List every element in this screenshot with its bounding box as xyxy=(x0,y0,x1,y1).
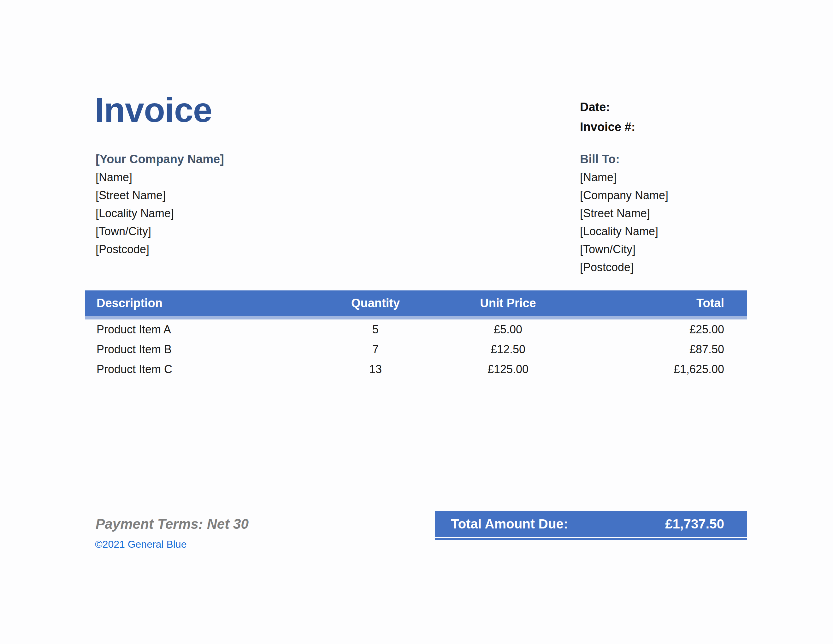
date-label: Date: xyxy=(580,97,635,117)
cell-description: Product Item C xyxy=(85,359,293,379)
bill-to-postcode: [Postcode] xyxy=(580,258,668,276)
bill-to-heading: Bill To: xyxy=(580,150,668,168)
cell-total: £25.00 xyxy=(558,319,747,340)
invoice-page: Invoice Date: Invoice #: [Your Company N… xyxy=(0,0,833,644)
table-header-accent-stripe xyxy=(85,316,747,319)
company-name: [Your Company Name] xyxy=(96,150,224,168)
total-amount-due-label: Total Amount Due: xyxy=(451,517,568,531)
company-contact-name: [Name] xyxy=(96,168,224,186)
company-town-city: [Town/City] xyxy=(96,222,224,240)
cell-quantity: 7 xyxy=(293,340,458,359)
company-street: [Street Name] xyxy=(96,186,224,204)
cell-total: £87.50 xyxy=(558,340,747,359)
invoice-number-label: Invoice #: xyxy=(580,117,635,137)
column-header-total: Total xyxy=(558,290,747,316)
cell-total: £1,625.00 xyxy=(558,359,747,379)
total-amount-due-bar: Total Amount Due: £1,737.50 xyxy=(435,511,747,537)
cell-unit-price: £125.00 xyxy=(458,359,558,379)
invoice-meta-block: Date: Invoice #: xyxy=(580,97,635,137)
bill-to-name: [Name] xyxy=(580,168,668,186)
company-locality: [Locality Name] xyxy=(96,204,224,222)
column-header-quantity: Quantity xyxy=(293,290,458,316)
table-row: Product Item B 7 £12.50 £87.50 xyxy=(85,340,747,359)
column-header-description: Description xyxy=(85,290,293,316)
copyright-link[interactable]: ©2021 General Blue xyxy=(95,539,187,550)
cell-quantity: 5 xyxy=(293,319,458,340)
table-row: Product Item C 13 £125.00 £1,625.00 xyxy=(85,359,747,379)
cell-quantity: 13 xyxy=(293,359,458,379)
bill-to-block: Bill To: [Name] [Company Name] [Street N… xyxy=(580,150,668,276)
total-bar-underline xyxy=(435,538,747,540)
items-table-header-row: Description Quantity Unit Price Total xyxy=(85,290,747,316)
cell-unit-price: £5.00 xyxy=(458,319,558,340)
bill-to-town-city: [Town/City] xyxy=(580,240,668,258)
bill-to-company: [Company Name] xyxy=(580,186,668,204)
page-title: Invoice xyxy=(95,90,212,130)
table-row: Product Item A 5 £5.00 £25.00 xyxy=(85,319,747,340)
items-table: Description Quantity Unit Price Total Pr… xyxy=(85,290,747,379)
cell-description: Product Item B xyxy=(85,340,293,359)
bill-to-locality: [Locality Name] xyxy=(580,222,668,240)
total-amount-due-value: £1,737.50 xyxy=(665,517,724,531)
bill-to-street: [Street Name] xyxy=(580,204,668,222)
cell-unit-price: £12.50 xyxy=(458,340,558,359)
column-header-unit-price: Unit Price xyxy=(458,290,558,316)
payment-terms-text: Payment Terms: Net 30 xyxy=(96,516,249,532)
cell-description: Product Item A xyxy=(85,319,293,340)
company-postcode: [Postcode] xyxy=(96,240,224,258)
company-address-block: [Your Company Name] [Name] [Street Name]… xyxy=(96,150,224,258)
